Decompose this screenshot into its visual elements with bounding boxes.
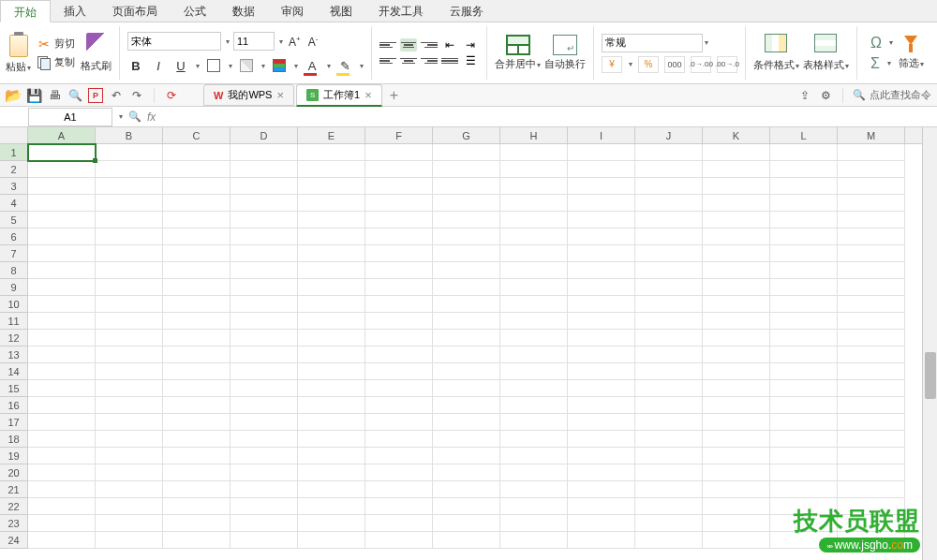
cell[interactable] xyxy=(500,228,568,245)
cell[interactable] xyxy=(770,330,838,346)
cell[interactable] xyxy=(163,380,231,397)
cell[interactable] xyxy=(568,195,635,212)
tab-insert[interactable]: 插入 xyxy=(51,0,99,22)
cell[interactable] xyxy=(635,313,703,330)
cell[interactable] xyxy=(365,481,433,498)
print-icon[interactable]: 🖶 xyxy=(47,88,62,103)
cell[interactable] xyxy=(163,448,231,464)
cell[interactable] xyxy=(703,262,770,279)
cell[interactable] xyxy=(568,431,635,448)
align-left-button[interactable] xyxy=(379,54,396,67)
cell[interactable] xyxy=(433,279,500,296)
cell[interactable] xyxy=(163,245,231,262)
cell[interactable] xyxy=(96,161,163,178)
cell[interactable] xyxy=(96,195,163,212)
cell[interactable] xyxy=(635,414,703,431)
cell[interactable] xyxy=(500,363,568,380)
cell[interactable] xyxy=(635,464,703,481)
cell[interactable] xyxy=(500,346,568,363)
cell[interactable] xyxy=(703,431,770,448)
cell[interactable] xyxy=(298,346,365,363)
cell[interactable] xyxy=(365,161,433,178)
filter-button[interactable]: 筛选▾ xyxy=(899,36,924,70)
cell[interactable] xyxy=(770,296,838,313)
row-header[interactable]: 3 xyxy=(0,178,28,195)
save-icon[interactable]: 💾 xyxy=(26,88,41,103)
cell[interactable] xyxy=(635,346,703,363)
cell[interactable] xyxy=(568,178,635,195)
cell[interactable] xyxy=(770,178,838,195)
cell[interactable] xyxy=(298,515,365,532)
cell[interactable] xyxy=(298,144,365,161)
cell[interactable] xyxy=(500,279,568,296)
cut-button[interactable]: ✂剪切 xyxy=(35,36,77,52)
row-header[interactable]: 19 xyxy=(0,448,28,464)
cell[interactable] xyxy=(838,397,905,414)
cell[interactable] xyxy=(635,498,703,515)
row-header[interactable]: 9 xyxy=(0,279,28,296)
cell[interactable] xyxy=(96,245,163,262)
cell[interactable] xyxy=(433,245,500,262)
vertical-scrollbar[interactable] xyxy=(922,127,937,560)
cell[interactable] xyxy=(703,532,770,549)
cell[interactable] xyxy=(568,279,635,296)
cell[interactable] xyxy=(163,532,231,549)
cell[interactable] xyxy=(568,448,635,464)
cell[interactable] xyxy=(500,515,568,532)
cell[interactable] xyxy=(500,498,568,515)
cell[interactable] xyxy=(298,296,365,313)
column-header[interactable]: E xyxy=(298,127,365,143)
cell[interactable] xyxy=(298,464,365,481)
cell[interactable] xyxy=(568,346,635,363)
cell[interactable] xyxy=(96,448,163,464)
cell[interactable] xyxy=(231,515,298,532)
cell[interactable] xyxy=(770,245,838,262)
name-box[interactable] xyxy=(28,108,112,126)
cell[interactable] xyxy=(231,498,298,515)
cell[interactable] xyxy=(433,414,500,431)
increase-indent-button[interactable]: ⇥ xyxy=(462,38,479,52)
cell[interactable] xyxy=(231,313,298,330)
cell[interactable] xyxy=(28,431,96,448)
cell[interactable] xyxy=(28,515,96,532)
row-header[interactable]: 15 xyxy=(0,380,28,397)
align-bottom-button[interactable] xyxy=(421,38,438,52)
cell[interactable] xyxy=(298,279,365,296)
cell[interactable] xyxy=(770,161,838,178)
cell[interactable] xyxy=(568,414,635,431)
cell[interactable] xyxy=(433,448,500,464)
cell[interactable] xyxy=(635,363,703,380)
cell[interactable] xyxy=(231,279,298,296)
cell[interactable] xyxy=(703,212,770,228)
cell[interactable] xyxy=(635,431,703,448)
row-header[interactable]: 16 xyxy=(0,397,28,414)
cell[interactable] xyxy=(433,212,500,228)
cell[interactable] xyxy=(28,212,96,228)
column-header[interactable]: I xyxy=(568,127,635,143)
align-top-button[interactable] xyxy=(379,38,396,52)
cell[interactable] xyxy=(28,363,96,380)
cell[interactable] xyxy=(433,346,500,363)
cell[interactable] xyxy=(433,144,500,161)
cell[interactable] xyxy=(231,346,298,363)
cell[interactable] xyxy=(838,161,905,178)
cell[interactable] xyxy=(163,178,231,195)
print-preview-icon[interactable]: 🔍 xyxy=(67,88,82,103)
column-header[interactable]: H xyxy=(500,127,568,143)
bold-button[interactable]: B xyxy=(127,57,144,74)
cell[interactable] xyxy=(500,296,568,313)
cell[interactable] xyxy=(96,313,163,330)
cell[interactable] xyxy=(500,245,568,262)
cell[interactable] xyxy=(163,346,231,363)
cell[interactable] xyxy=(96,262,163,279)
cell[interactable] xyxy=(298,228,365,245)
undo-icon[interactable]: ↶ xyxy=(109,88,124,103)
tab-review[interactable]: 审阅 xyxy=(268,0,317,22)
cell[interactable] xyxy=(365,431,433,448)
table-style-button[interactable]: 表格样式▾ xyxy=(803,34,849,72)
cell[interactable] xyxy=(838,532,905,549)
cell[interactable] xyxy=(635,448,703,464)
cell[interactable] xyxy=(298,448,365,464)
cell[interactable] xyxy=(163,363,231,380)
cell[interactable] xyxy=(231,296,298,313)
